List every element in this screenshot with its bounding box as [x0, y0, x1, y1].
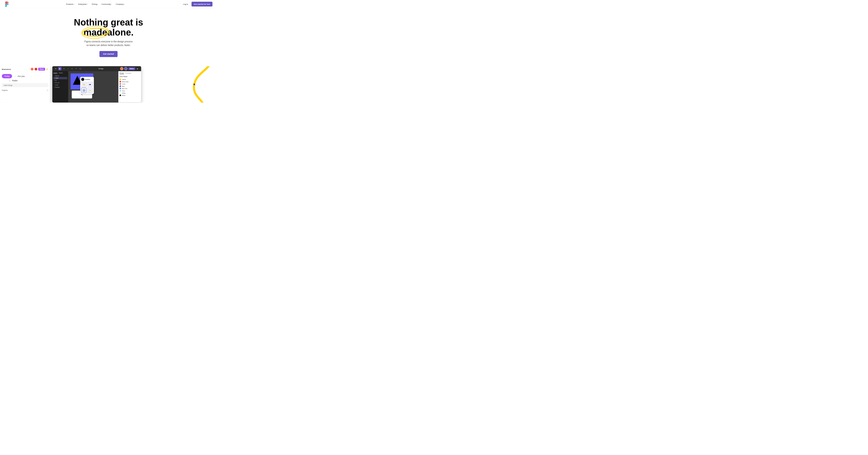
chevron-down-icon: ▾ — [111, 3, 112, 5]
today-row: Today → For you — [2, 74, 48, 78]
editor-body: Layers Assets # Albums ✦ Slider # H2 — [52, 71, 141, 103]
color-item-warmred: Warm Red — [120, 81, 140, 83]
text-icon[interactable]: T — [75, 67, 78, 70]
color-name-grey: Grey — [122, 90, 125, 91]
get-started-button[interactable]: Get started for free — [191, 2, 212, 6]
color-item-grey: Grey — [120, 90, 140, 92]
pen-icon[interactable]: ✂ — [70, 67, 74, 70]
nav-enterprise[interactable]: Enterprise ▾ — [77, 2, 89, 6]
frame-icon[interactable]: # — [62, 67, 66, 70]
frame-icon: # — [54, 75, 54, 77]
component-icon: ✦ — [54, 78, 55, 79]
nav-links: Products ▾ Enterprise ▾ Pricing Communit… — [64, 2, 126, 6]
nav-right: Log in Get started for free — [182, 2, 213, 6]
nav-pricing[interactable]: Pricing — [90, 2, 99, 6]
editor-toolbar: ☰ ▶ # ○ ✂ T ◯ Design Share ▶ — [52, 66, 141, 71]
nav-products[interactable]: Products ▾ — [64, 2, 76, 6]
layer-h2[interactable]: # H2 — [53, 79, 67, 82]
demo-header: Brainstorm Share ⚡ — [0, 66, 50, 73]
color-item-white: White — [120, 92, 140, 94]
layer-playlists[interactable]: # Playlists — [53, 86, 67, 88]
design-panel-tabs: Design Prototype — [120, 73, 140, 75]
header-avatars: Share ⚡ — [31, 68, 48, 71]
login-link[interactable]: Log in — [182, 2, 190, 6]
color-name-bluetint: Blue Tint — [122, 88, 127, 89]
comp-icon-star[interactable]: ⭐ — [81, 82, 87, 87]
layer-slider[interactable]: ✦ Slider — [53, 77, 67, 79]
color-styles-title: Color Styles — [120, 76, 140, 78]
menu-icon[interactable]: ☰ — [54, 67, 57, 70]
color-dot-yellow — [120, 79, 121, 80]
component-icons-row: ⭐ ⏮ 🆕 ✨ — [81, 82, 93, 93]
arrow-down-right-icon: ↘ — [9, 79, 10, 82]
editor-avatar-1 — [120, 67, 123, 70]
nav-community[interactable]: Community ▾ — [100, 2, 113, 6]
playlists-row: Playlists ✏ — [2, 88, 48, 92]
liked-songs-item[interactable]: Liked Songs — [2, 83, 48, 87]
editor-share-button[interactable]: Share — [128, 67, 135, 70]
dp-tab-design[interactable]: Design — [120, 73, 124, 75]
chevron-down-icon: ▾ — [87, 3, 88, 5]
figma-logo-icon — [5, 1, 9, 7]
lightning-button[interactable]: ⚡ — [46, 68, 48, 70]
comp-icon-rewind[interactable]: ⏮ — [87, 82, 93, 87]
color-name-coral: Coral — [122, 83, 125, 85]
color-name-warmred: Warm Red — [122, 81, 128, 82]
svg-point-2 — [193, 84, 195, 85]
hero-subtext: Figma connects everyone in the design pr… — [5, 39, 213, 47]
arrow-right-icon: → — [14, 75, 16, 78]
comment-icon[interactable]: ◯ — [79, 67, 82, 70]
edit-icon[interactable]: ✏ — [47, 89, 49, 91]
editor-play-button[interactable]: ▶ — [136, 67, 139, 70]
figma-editor-panel: ☰ ▶ # ○ ✂ T ◯ Design Share ▶ — [52, 66, 141, 103]
color-dot-black — [120, 94, 121, 96]
navbar: Products ▾ Enterprise ▾ Pricing Communit… — [0, 0, 217, 8]
yellow-curve-decoration — [185, 66, 217, 103]
hero-cta-button[interactable]: Get started — [99, 51, 118, 57]
hero-section: Nothing great is made alone. Figma conne… — [0, 8, 217, 66]
toolbar-right: Share ▶ — [120, 67, 139, 70]
chevron-down-icon: ▾ — [74, 3, 74, 5]
radio-row: ↘ Radio — [2, 79, 48, 82]
layer-albums[interactable]: # Albums — [53, 75, 67, 77]
frame-icon: # — [54, 87, 54, 88]
tab-layers[interactable]: Layers — [53, 72, 57, 74]
made-word: made — [84, 27, 107, 37]
component-name: Headline — [85, 79, 90, 80]
color-dot-coral — [120, 83, 121, 85]
move-icon[interactable]: ▶ — [58, 67, 61, 70]
demo-content: Today → For you ↘ Radio Liked Songs Play… — [0, 72, 50, 94]
tab-assets[interactable]: Assets — [59, 72, 63, 74]
component-avatar — [81, 78, 85, 81]
color-name-yellow: Yellow — [122, 79, 126, 80]
toolbar-left: ☰ ▶ # ○ ✂ T ◯ — [54, 67, 82, 70]
hero-headline: Nothing great is made alone. — [69, 17, 148, 37]
frame-icon: # — [54, 80, 54, 81]
design-panel: Design Prototype Color Styles Yellow War… — [118, 71, 141, 103]
editor-avatar-2 — [124, 67, 127, 70]
color-item-bluetint: Blue Tint — [120, 87, 140, 90]
editor-canvas: ↖ ↖ Headline ⭐ ⏮ 🆕 — [68, 71, 118, 103]
layers-tabs: Layers Assets — [53, 72, 67, 74]
demo-share-button[interactable]: Share — [38, 68, 45, 70]
component-header: Headline — [81, 78, 93, 81]
nav-company[interactable]: Company ▾ — [114, 2, 126, 6]
comp-icon-new[interactable]: 🆕 — [81, 88, 87, 93]
left-demo-panel: Brainstorm Share ⚡ Today → For you ↘ Rad… — [0, 66, 50, 103]
design-label: Design — [98, 68, 103, 70]
chevron-down-icon: ▾ — [124, 3, 125, 5]
color-item-blue: Blue — [120, 85, 140, 87]
color-dot-blue — [120, 85, 121, 87]
dp-tab-prototype[interactable]: Prototype — [125, 73, 131, 75]
color-dot-warmred — [120, 81, 121, 82]
comp-icon-sparkle[interactable]: ✨ — [87, 88, 93, 93]
logo[interactable] — [5, 1, 9, 7]
component-overlay: Headline ⭐ ⏮ 🆕 ✨ — [80, 77, 94, 94]
layer-circle[interactable]: ○ Circle — [53, 84, 67, 86]
color-item-yellow: Yellow — [120, 78, 140, 81]
shape-icon[interactable]: ○ — [66, 67, 70, 70]
color-name-blue: Blue — [122, 85, 125, 87]
radio-label: Radio — [12, 79, 18, 82]
layer-for-you[interactable]: T For you — [53, 82, 67, 84]
text-icon: T — [54, 82, 54, 83]
